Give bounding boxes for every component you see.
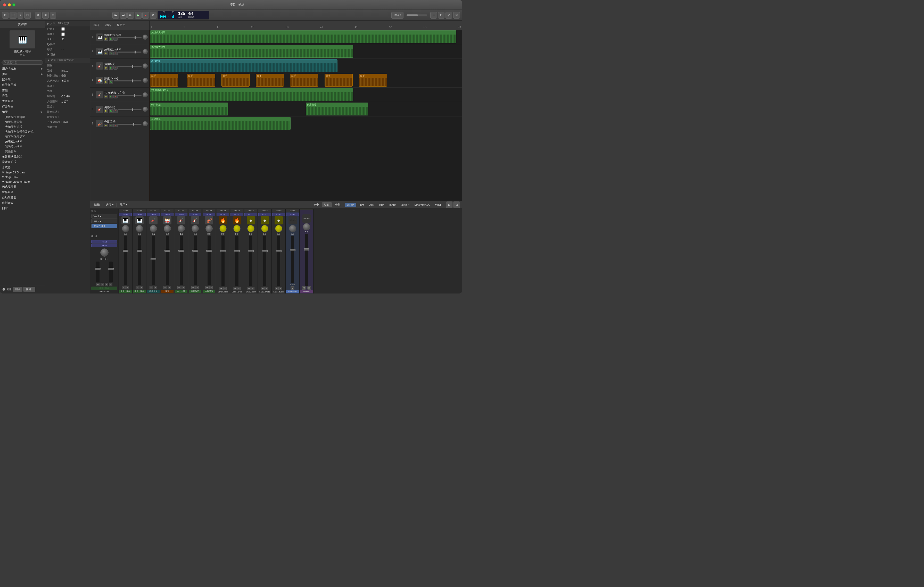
track-7-knob[interactable] [143,121,148,126]
strip-6-fader[interactable] [194,236,197,285]
strip-10-pan[interactable] [247,225,254,232]
mixer-midi-tab[interactable]: MIDI [433,203,443,207]
list-item[interactable]: Vintage Electric Piano [0,179,45,184]
bus-item-2[interactable]: Bus 2 ● [91,219,117,224]
master-fader-1[interactable] [96,261,99,282]
list-item[interactable]: 架子鼓 [0,77,45,82]
help-btn[interactable]: ? [18,12,23,18]
loop-btn[interactable]: ⊡ [24,12,31,18]
strip-5-s[interactable]: S [182,286,185,289]
list-item[interactable]: 自动鼓音器 [0,195,45,200]
list-item[interactable]: 打击乐器 [0,104,45,109]
clip-4-3[interactable]: 鼓手 [221,74,249,87]
clip-6-1[interactable]: 倒序制造 [150,102,228,115]
list-item-piano[interactable]: 钢琴 ▼ [0,109,45,115]
strip-9-pan[interactable] [233,225,241,232]
track-header-4[interactable]: 4 🥁 厚重 (Kyle) M S [90,73,149,88]
rec-btn-3[interactable]: R [114,66,117,69]
mixer-audio-tab[interactable]: Audio [345,203,356,207]
master-d-btn[interactable]: D [307,286,311,289]
strip-5-pan[interactable] [178,225,185,232]
strip-3-fader[interactable] [152,236,155,285]
strip-7-read[interactable]: Read [203,212,215,216]
strip-4-fader[interactable] [166,236,169,285]
master-s-btn[interactable]: S [101,283,104,286]
strip-3-s[interactable]: S [153,286,157,289]
list-item[interactable]: 贝司 ▶ [0,71,45,77]
stereo-fader[interactable] [291,236,294,283]
list-item[interactable]: 音碟 [0,93,45,99]
setting-more[interactable]: ▶ 更多 [45,52,90,57]
track-header-3[interactable]: 3 🎸 拇指贝司 M S R [90,59,149,73]
strip-8-read[interactable]: Read [216,212,229,216]
track-3-knob[interactable] [143,63,148,69]
strip-9-read[interactable]: Read [231,212,243,216]
strip-4-pan[interactable] [164,225,171,232]
sub-item[interactable]: 钢琴与背景音 [3,120,45,125]
track-4-fader[interactable] [114,81,142,81]
skip-back-btn[interactable]: ⏭ [120,12,127,18]
stereo-read[interactable]: Read [286,212,299,216]
strip-2-read[interactable]: Read [133,212,146,216]
mute-btn-5[interactable]: M [104,95,108,99]
master-fader-2[interactable] [109,261,113,282]
strip-6-read[interactable]: Read [189,212,201,216]
master-m-btn-2[interactable]: M [105,283,109,286]
sub-item[interactable]: 大钢琴与弦乐 [3,125,45,129]
strip-7-s[interactable]: S [210,286,213,289]
sub-item[interactable]: 实验音乐 [3,149,45,154]
track-6-fader[interactable] [118,109,142,110]
track-6-knob[interactable] [143,107,148,112]
strip-11-read[interactable]: Read [258,212,271,216]
master-m-btn[interactable]: M [96,283,100,286]
function-tab[interactable]: 功能 [103,23,113,28]
skip-fwd-btn[interactable]: ⏭ [127,12,134,18]
mixer-all-tab[interactable]: 全部 [333,202,343,207]
mixer-input-tab[interactable]: Input [387,203,398,207]
sub-item-active[interactable]: 施坦威大钢琴 [3,139,45,144]
refresh-btn[interactable]: ↺ [35,12,41,18]
master-fader-strip[interactable] [305,234,308,286]
strip-8-s[interactable]: S [223,287,227,290]
strip-5-read[interactable]: Read [175,212,187,216]
edit-tab[interactable]: 编辑 [92,23,101,28]
maximize-button[interactable] [12,3,15,7]
strip-2-fader[interactable] [138,236,141,285]
bus-item-1[interactable]: Bus 1 ● [91,214,117,219]
scissors-btn[interactable]: ✂ [50,12,56,18]
strip-4-m[interactable]: M [163,286,167,289]
strip-4-read[interactable]: Read [161,212,173,216]
track-header-6[interactable]: 6 🎸 倒序制造 M S R [90,102,149,117]
mute-btn-6[interactable]: M [104,109,108,113]
search-input[interactable] [2,60,43,65]
sub-item[interactable]: 大钢琴与背景音及合唱 [3,129,45,134]
strip-9-m[interactable]: M [233,287,237,290]
track-7-fader[interactable] [118,124,142,125]
mute-btn-1[interactable]: M [104,37,108,41]
mixer-output-tab[interactable]: Output [399,203,411,207]
sub-item[interactable]: 贝森朵夫大钢琴 [3,115,45,120]
minimize-button[interactable] [8,3,11,7]
track-2-knob[interactable] [143,49,148,54]
mixer-options-tab[interactable]: 选项 ▾ [104,202,116,207]
settings-view-btn[interactable]: ⚙ [453,12,460,18]
track-header-5[interactable]: 5 🎸 70 年代模拟主音 M S R [90,88,149,102]
track-1-fader[interactable] [118,37,142,38]
strip-12-pan[interactable] [275,225,282,232]
track-1-knob[interactable] [143,35,148,40]
strip-5-fader[interactable] [180,236,183,285]
strip-8-m[interactable]: M [219,287,223,290]
master-knob[interactable] [303,223,310,230]
strip-7-fader[interactable] [208,236,211,285]
list-item[interactable]: 世界乐器 [0,189,45,195]
mixer-view-btn[interactable]: ◎ [446,12,452,18]
list-item[interactable]: Vintage B3 Organ [0,170,45,175]
strip-8-pan[interactable] [219,225,227,232]
clip-4-5[interactable]: 鼓手 [290,74,318,87]
track-5-fader[interactable] [118,95,142,96]
master-m-strip[interactable]: M [302,286,306,289]
clip-2-1[interactable]: 施坦威大钢琴 [150,45,353,58]
track-3-fader[interactable] [118,66,142,67]
solo-btn-4[interactable]: S [109,81,113,84]
strip-3-m[interactable]: M [150,286,153,289]
